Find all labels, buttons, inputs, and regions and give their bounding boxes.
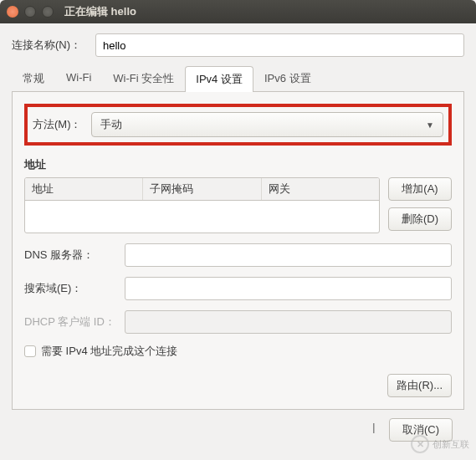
require-ipv4-checkbox[interactable] xyxy=(24,345,36,357)
connection-name-input[interactable] xyxy=(95,33,464,57)
address-buttons: 增加(A) 删除(D) xyxy=(388,177,452,233)
dialog-footer: 取消(C) xyxy=(12,410,464,442)
delete-button[interactable]: 删除(D) xyxy=(388,207,452,231)
dns-row: DNS 服务器： xyxy=(24,243,452,267)
address-table-body[interactable] xyxy=(25,201,379,233)
address-table-header: 地址 子网掩码 网关 xyxy=(25,178,379,201)
method-value: 手动 xyxy=(100,117,122,132)
dns-input[interactable] xyxy=(125,243,452,267)
col-netmask[interactable]: 子网掩码 xyxy=(143,178,261,200)
dhcp-client-input xyxy=(125,310,452,334)
search-domain-input[interactable] xyxy=(125,277,452,300)
tabs: 常规 Wi-Fi Wi-Fi 安全性 IPv4 设置 IPv6 设置 xyxy=(12,65,464,92)
dhcp-client-row: DHCP 客户端 ID： xyxy=(24,310,452,334)
ipv4-panel: 方法(M)： 手动 ▼ 地址 地址 子网掩码 网关 增加(A) 删除(D) xyxy=(12,92,464,410)
require-ipv4-label: 需要 IPv4 地址完成这个连接 xyxy=(41,344,177,359)
tab-wifi-security[interactable]: Wi-Fi 安全性 xyxy=(102,65,185,91)
titlebar: 正在编辑 hello xyxy=(0,0,476,23)
watermark: ✕ 创新互联 xyxy=(411,435,469,453)
add-button[interactable]: 增加(A) xyxy=(388,177,452,201)
method-select[interactable]: 手动 ▼ xyxy=(91,112,443,137)
col-address[interactable]: 地址 xyxy=(25,178,143,200)
text-cursor-icon: I xyxy=(372,422,376,437)
method-label: 方法(M)： xyxy=(33,117,91,132)
watermark-text: 创新互联 xyxy=(432,438,469,451)
connection-name-row: 连接名称(N)： xyxy=(12,33,464,57)
connection-name-label: 连接名称(N)： xyxy=(12,38,95,53)
address-table[interactable]: 地址 子网掩码 网关 xyxy=(24,177,380,233)
search-domain-row: 搜索域(E)： xyxy=(24,277,452,300)
tab-ipv6[interactable]: IPv6 设置 xyxy=(253,65,322,91)
maximize-icon[interactable] xyxy=(42,6,54,18)
dns-label: DNS 服务器： xyxy=(24,248,125,263)
tab-ipv4[interactable]: IPv4 设置 xyxy=(185,66,253,92)
tab-wifi[interactable]: Wi-Fi xyxy=(55,65,102,91)
tab-general[interactable]: 常规 xyxy=(12,65,55,91)
minimize-icon[interactable] xyxy=(24,6,36,18)
chevron-down-icon: ▼ xyxy=(426,120,434,130)
method-highlight: 方法(M)： 手动 ▼ xyxy=(24,104,452,146)
col-gateway[interactable]: 网关 xyxy=(262,178,379,200)
search-domain-label: 搜索域(E)： xyxy=(24,281,125,296)
close-icon[interactable] xyxy=(7,6,18,18)
routes-row: 路由(R)... xyxy=(24,374,452,397)
require-ipv4-row[interactable]: 需要 IPv4 地址完成这个连接 xyxy=(24,344,452,359)
dhcp-client-label: DHCP 客户端 ID： xyxy=(24,314,125,330)
window-title: 正在编辑 hello xyxy=(64,4,136,19)
routes-button[interactable]: 路由(R)... xyxy=(387,374,452,397)
watermark-icon: ✕ xyxy=(411,435,429,453)
address-area: 地址 子网掩码 网关 增加(A) 删除(D) xyxy=(24,177,452,233)
method-row: 方法(M)： 手动 ▼ xyxy=(33,112,443,137)
content: 连接名称(N)： 常规 Wi-Fi Wi-Fi 安全性 IPv4 设置 IPv6… xyxy=(0,23,476,452)
address-section-label: 地址 xyxy=(24,157,452,172)
